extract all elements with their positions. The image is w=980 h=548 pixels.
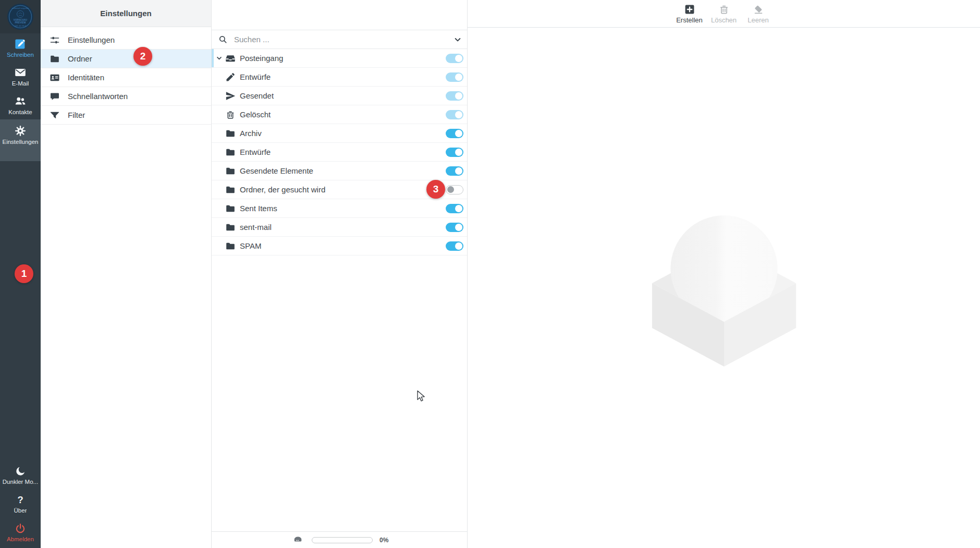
toggle-knob <box>455 55 462 62</box>
folder-subscription-toggle[interactable] <box>446 54 463 63</box>
folder-icon <box>225 147 236 157</box>
search-icon <box>218 34 228 44</box>
folder-row[interactable]: sent-mail <box>212 218 467 237</box>
tutorial-step-badge-2: 2 <box>133 47 152 66</box>
folder-subscription-toggle[interactable] <box>446 148 463 157</box>
folder-subscription-toggle[interactable] <box>446 72 463 82</box>
svg-text:141.44.16.5: 141.44.16.5 <box>15 25 27 27</box>
search-options-chevron-down-icon[interactable] <box>454 35 462 44</box>
toggle-knob <box>455 74 462 81</box>
folder-row[interactable]: Posteingang <box>212 49 467 68</box>
settings-nav-item-filter[interactable]: Filter <box>41 106 211 125</box>
folder-label: Gesendet <box>240 91 274 100</box>
webmail-settings-app: webmail.avguideVORSCHAUPREVIEW141.44.16.… <box>0 0 980 548</box>
settings-panel-title: Einstellungen <box>41 0 211 27</box>
folder-subscription-toggle[interactable] <box>446 91 463 101</box>
folder-subscription-toggle[interactable] <box>446 204 463 213</box>
folder-subscription-toggle[interactable] <box>446 241 463 251</box>
toggle-knob <box>455 92 462 100</box>
filter-icon <box>49 110 60 120</box>
folder-label: Entwürfe <box>240 148 271 156</box>
folder-subscription-toggle[interactable] <box>446 185 463 194</box>
folder-label: Gelöscht <box>240 110 271 119</box>
expand-chevron-down-icon[interactable] <box>216 55 223 62</box>
send-icon <box>225 91 236 101</box>
sidebar-item-dunkler-modus[interactable]: Dunkler Mo... <box>0 461 41 490</box>
roundcube-watermark <box>647 211 801 369</box>
toolbar-button-label: Erstellen <box>676 16 703 24</box>
svg-text:webmail.avguide: webmail.avguide <box>12 7 29 9</box>
sidebar-item-label: Kontakte <box>8 109 32 115</box>
plus-square-icon <box>684 4 695 15</box>
settings-nav-item-schnellantworten[interactable]: Schnellantworten <box>41 87 211 106</box>
folder-icon <box>49 54 60 64</box>
folder-label: Entwürfe <box>240 72 271 81</box>
folder-search-bar <box>212 30 467 49</box>
trash-icon <box>718 4 730 15</box>
folder-label: sent-mail <box>240 223 272 232</box>
folder-detail-area: ErstellenLöschenLeeren <box>468 0 980 548</box>
toggle-knob <box>455 167 462 175</box>
settings-nav-item-identitaeten[interactable]: Identitäten <box>41 68 211 87</box>
question-icon: ? <box>15 494 26 506</box>
sidebar-item-einstellungen[interactable]: Einstellungen1 <box>0 119 41 161</box>
settings-nav-item-ordner[interactable]: Ordner <box>41 50 211 68</box>
inbox-icon <box>225 53 236 64</box>
folder-subscription-toggle[interactable] <box>446 166 463 176</box>
folder-icon <box>225 128 236 139</box>
settings-nav-label: Identitäten <box>68 73 104 82</box>
folder-subscription-toggle[interactable] <box>446 110 463 119</box>
folder-icon <box>225 222 236 233</box>
pencil-icon <box>225 72 236 82</box>
folder-label: Sent Items <box>240 204 277 213</box>
folder-row[interactable]: Entwürfe <box>212 143 467 162</box>
app-logo[interactable]: webmail.avguideVORSCHAUPREVIEW141.44.16.… <box>0 0 41 33</box>
sidebar-item-abmelden[interactable]: Abmelden <box>0 518 41 547</box>
folder-label: Posteingang <box>240 54 283 63</box>
gear-icon <box>14 125 27 137</box>
folder-row[interactable]: Gesendete Elemente <box>212 162 467 180</box>
folder-row[interactable]: Gelöscht <box>212 105 467 124</box>
moon-icon <box>15 466 26 477</box>
tutorial-step-badge-1: 1 <box>15 264 33 283</box>
chat-icon <box>49 91 60 102</box>
folder-subscription-toggle[interactable] <box>446 129 463 138</box>
sliders-icon <box>49 35 60 45</box>
storage-icon <box>292 534 303 545</box>
eraser-icon <box>753 4 764 15</box>
folder-icon <box>225 185 236 195</box>
folder-toolbar: ErstellenLöschenLeeren <box>468 0 980 28</box>
folder-subscription-toggle[interactable] <box>446 223 463 232</box>
folder-list-panel: PosteingangEntwürfeGesendetGelöschtArchi… <box>212 0 468 548</box>
compose-icon <box>14 38 27 50</box>
settings-nav-label: Einstellungen <box>68 35 115 44</box>
folder-row[interactable]: Sent Items <box>212 199 467 218</box>
folder-row[interactable]: Archiv <box>212 124 467 143</box>
sidebar-item-label: Einstellungen <box>2 139 38 145</box>
tutorial-step-badge-3: 3 <box>426 180 445 199</box>
logo-stamp: webmail.avguideVORSCHAUPREVIEW141.44.16.… <box>7 3 34 30</box>
empty-button: Leeren <box>743 4 774 24</box>
sidebar-item-ueber[interactable]: ?Über <box>0 490 41 518</box>
power-icon <box>15 523 26 534</box>
create-button[interactable]: Erstellen <box>675 4 705 24</box>
toggle-knob <box>447 186 454 193</box>
folder-row[interactable]: Gesendet <box>212 87 467 105</box>
settings-nav-item-einstellungen[interactable]: Einstellungen <box>41 31 211 50</box>
sidebar-item-kontakte[interactable]: Kontakte <box>0 91 41 119</box>
folder-row[interactable]: SPAM <box>212 237 467 255</box>
sidebar-item-label: Abmelden <box>7 536 34 542</box>
folder-label: Gesendete Elemente <box>240 166 313 175</box>
settings-nav-label: Schnellantworten <box>68 92 128 101</box>
folder-label: Archiv <box>240 129 262 138</box>
svg-text:?: ? <box>17 494 23 505</box>
folder-row[interactable]: Entwürfe <box>212 68 467 87</box>
people-icon <box>14 95 27 107</box>
toggle-knob <box>455 111 462 118</box>
search-input[interactable] <box>233 34 447 44</box>
main-sidebar: webmail.avguideVORSCHAUPREVIEW141.44.16.… <box>0 0 41 548</box>
toggle-knob <box>455 224 462 231</box>
sidebar-item-email[interactable]: E-Mail <box>0 62 41 91</box>
toggle-knob <box>455 149 462 156</box>
sidebar-item-schreiben[interactable]: Schreiben <box>0 33 41 62</box>
